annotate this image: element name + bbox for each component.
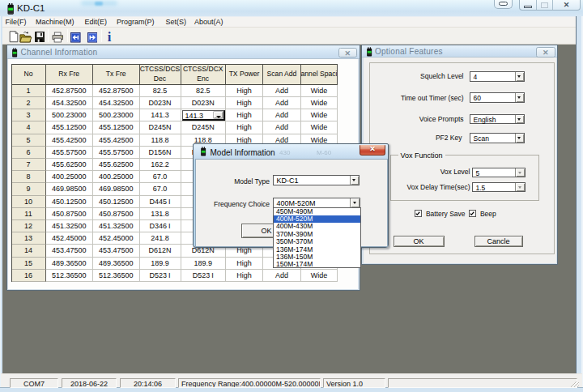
svg-text:i: i [107,31,111,43]
